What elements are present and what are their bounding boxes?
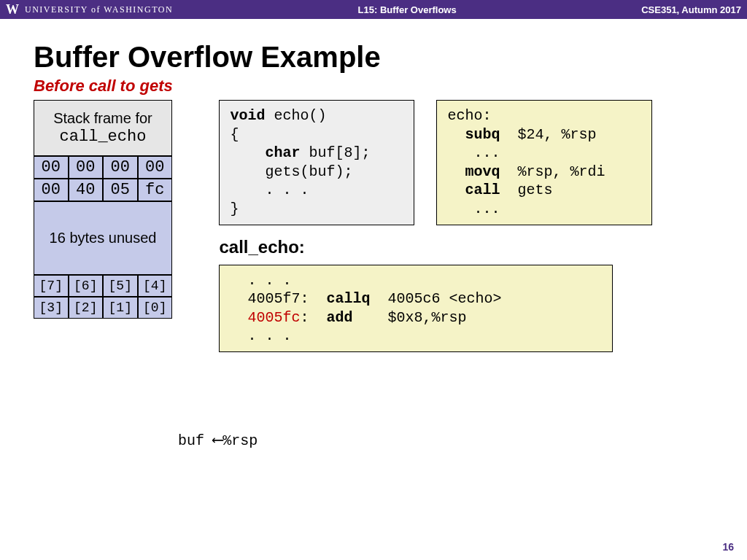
buf-row2: [3] [2] [1] [0] [34,297,172,319]
arrow-left-icon: ⟵ [213,432,222,450]
course-code: CSE351, Autumn 2017 [641,4,741,15]
university: UNIVERSITY of WASHINGTON [25,4,173,15]
subtitle: Before call to gets [34,77,713,96]
stack-frame-header: Stack frame for call_echo [34,100,172,156]
ret-addr: 4005fc [247,309,300,326]
rsp-pointer: buf ⟵%rsp [178,430,258,450]
section-call-echo: call_echo: [219,237,686,257]
byte-cell: 00 [103,156,138,179]
buf-cell: [1] [103,297,138,319]
buf-cell: [5] [103,275,138,297]
rsp-reg: %rsp [222,432,258,449]
byte-cell: 40 [69,179,104,201]
asm-subq: subq [465,126,500,143]
kw-void: void [230,107,265,124]
byte-cell: 00 [69,156,104,179]
lecture-title: L15: Buffer Overflows [173,4,641,15]
slide-header: W UNIVERSITY of WASHINGTON L15: Buffer O… [0,0,747,19]
logo: W [6,2,19,18]
kw-char: char [265,144,300,161]
fn-name: echo() [265,107,326,124]
asm-echo: echo: subq $24, %rsp ... movq %rsp, %rdi… [436,100,652,225]
buf-row1: [7] [6] [5] [4] [34,275,172,297]
stack-frame-line1: Stack frame for [53,110,152,126]
buf-cell: [7] [34,275,69,297]
buf-cell: [4] [138,275,173,297]
c-code: void echo() { char buf[8]; gets(buf); . … [219,100,414,225]
page-number: 16 [722,541,734,553]
gets-call: gets(buf); [230,163,352,180]
buf-label: buf [178,432,204,449]
asm-add: add [327,309,353,326]
buf-cell: [6] [69,275,104,297]
asm-call-echo: . . . 4005f7: callq 4005c6 <echo> 4005fc… [219,265,613,352]
indent [230,144,265,161]
buf-cell: [3] [34,297,69,319]
asm-call: call [465,182,500,198]
unused-region: 16 bytes unused [34,201,172,275]
brace-close: } [230,201,239,217]
return-addr-row1: 00 00 00 00 [34,156,172,179]
byte-cell: 00 [34,156,69,179]
buf-cell: [2] [69,297,104,319]
stack-frame-line2: call_echo [60,128,147,146]
byte-cell: 00 [34,179,69,201]
brace-open: { [230,126,239,143]
buf-decl: buf[8]; [300,144,370,161]
byte-cell: fc [138,179,173,201]
asm-label: echo: [447,107,491,124]
buf-cell: [0] [138,297,173,319]
slide-content: Buffer Overflow Example Before call to g… [0,19,747,352]
asm-callq: callq [326,290,370,307]
return-addr-row2: 00 40 05 fc [34,179,172,201]
page-title: Buffer Overflow Example [34,41,713,74]
dots: . . . [230,182,309,198]
asm-movq: movq [465,163,500,180]
stack-diagram: Stack frame for call_echo 00 00 00 00 00… [34,100,172,319]
code-column: void echo() { char buf[8]; gets(buf); . … [219,100,686,352]
byte-cell: 05 [103,179,138,201]
byte-cell: 00 [138,156,173,179]
